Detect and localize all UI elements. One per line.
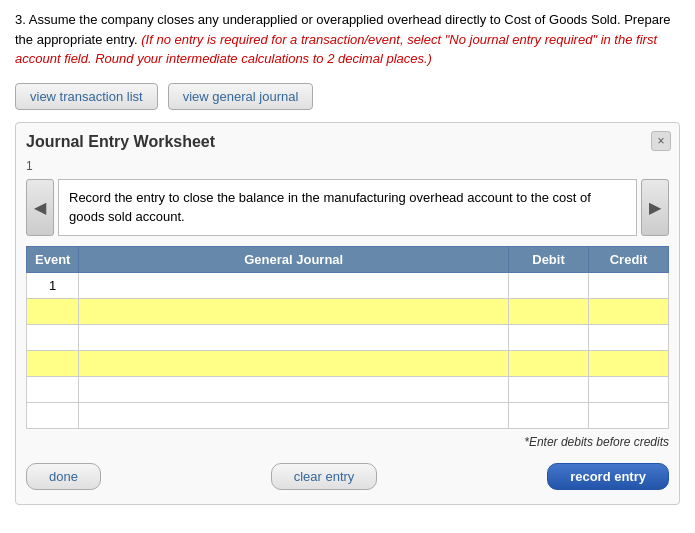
- event-cell: [27, 350, 79, 376]
- journal-cell[interactable]: [79, 298, 509, 324]
- credit-cell[interactable]: [589, 272, 669, 298]
- worksheet-title: Journal Entry Worksheet: [26, 133, 669, 151]
- journal-cell[interactable]: [79, 350, 509, 376]
- debit-input-4[interactable]: [515, 356, 582, 371]
- header-credit: Credit: [589, 246, 669, 272]
- table-row: [27, 298, 669, 324]
- debit-cell[interactable]: [509, 350, 589, 376]
- debit-cell[interactable]: [509, 298, 589, 324]
- journal-cell[interactable]: [79, 324, 509, 350]
- header-debit: Debit: [509, 246, 589, 272]
- event-cell: [27, 402, 79, 428]
- done-button[interactable]: done: [26, 463, 101, 490]
- view-transaction-button[interactable]: view transaction list: [15, 83, 158, 110]
- journal-input-3[interactable]: [85, 330, 502, 345]
- top-buttons-row: view transaction list view general journ…: [15, 83, 680, 110]
- event-cell: [27, 324, 79, 350]
- journal-cell[interactable]: [79, 272, 509, 298]
- journal-cell[interactable]: [79, 376, 509, 402]
- credit-input-2[interactable]: [595, 304, 662, 319]
- credit-input-1[interactable]: [595, 278, 662, 293]
- credit-input-5[interactable]: [595, 382, 662, 397]
- table-row: [27, 402, 669, 428]
- close-button[interactable]: ×: [651, 131, 671, 151]
- journal-input-5[interactable]: [85, 382, 502, 397]
- journal-cell[interactable]: [79, 402, 509, 428]
- table-header-row: Event General Journal Debit Credit: [27, 246, 669, 272]
- debit-input-2[interactable]: [515, 304, 582, 319]
- journal-input-2[interactable]: [85, 304, 502, 319]
- prev-arrow[interactable]: ◀: [26, 179, 54, 236]
- event-cell: [27, 376, 79, 402]
- journal-table: Event General Journal Debit Credit 1: [26, 246, 669, 429]
- journal-input-1[interactable]: [85, 278, 502, 293]
- debit-input-3[interactable]: [515, 330, 582, 345]
- page-indicator: 1: [26, 159, 669, 173]
- credit-cell[interactable]: [589, 402, 669, 428]
- instruction-paragraph: 3. Assume the company closes any underap…: [15, 10, 680, 69]
- record-entry-button[interactable]: record entry: [547, 463, 669, 490]
- view-journal-button[interactable]: view general journal: [168, 83, 314, 110]
- table-row: [27, 324, 669, 350]
- debit-cell[interactable]: [509, 324, 589, 350]
- debit-input-5[interactable]: [515, 382, 582, 397]
- clear-entry-button[interactable]: clear entry: [271, 463, 378, 490]
- table-row: [27, 376, 669, 402]
- credit-cell[interactable]: [589, 298, 669, 324]
- credit-cell[interactable]: [589, 350, 669, 376]
- debit-input-6[interactable]: [515, 408, 582, 423]
- credit-cell[interactable]: [589, 324, 669, 350]
- table-row: [27, 350, 669, 376]
- journal-entry-worksheet: Journal Entry Worksheet × 1 ◀ Record the…: [15, 122, 680, 505]
- debit-cell[interactable]: [509, 272, 589, 298]
- debit-cell[interactable]: [509, 376, 589, 402]
- worksheet-instruction: Record the entry to close the balance in…: [58, 179, 637, 236]
- credit-cell[interactable]: [589, 376, 669, 402]
- credit-input-4[interactable]: [595, 356, 662, 371]
- debit-input-1[interactable]: [515, 278, 582, 293]
- instruction-number: 3.: [15, 12, 26, 27]
- bottom-buttons-row: done clear entry record entry: [26, 459, 669, 494]
- journal-input-4[interactable]: [85, 356, 502, 371]
- credit-input-6[interactable]: [595, 408, 662, 423]
- event-cell: [27, 298, 79, 324]
- debit-credit-note: *Enter debits before credits: [26, 435, 669, 449]
- navigation-row: ◀ Record the entry to close the balance …: [26, 179, 669, 236]
- credit-input-3[interactable]: [595, 330, 662, 345]
- event-cell: 1: [27, 272, 79, 298]
- debit-cell[interactable]: [509, 402, 589, 428]
- header-general-journal: General Journal: [79, 246, 509, 272]
- table-row: 1: [27, 272, 669, 298]
- header-event: Event: [27, 246, 79, 272]
- journal-input-6[interactable]: [85, 408, 502, 423]
- next-arrow[interactable]: ▶: [641, 179, 669, 236]
